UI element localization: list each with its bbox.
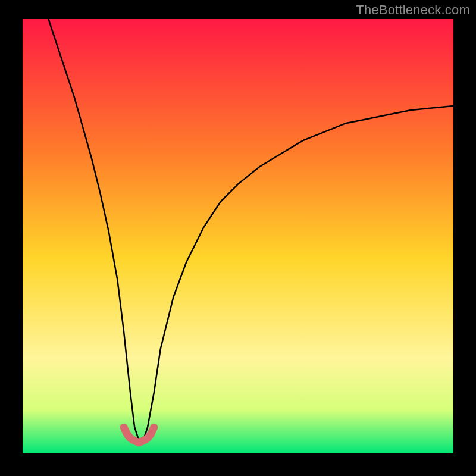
chart-container: { "watermark": "TheBottleneck.com", "col… — [0, 0, 476, 476]
bottleneck-chart — [0, 0, 476, 476]
plot-background — [23, 19, 453, 453]
